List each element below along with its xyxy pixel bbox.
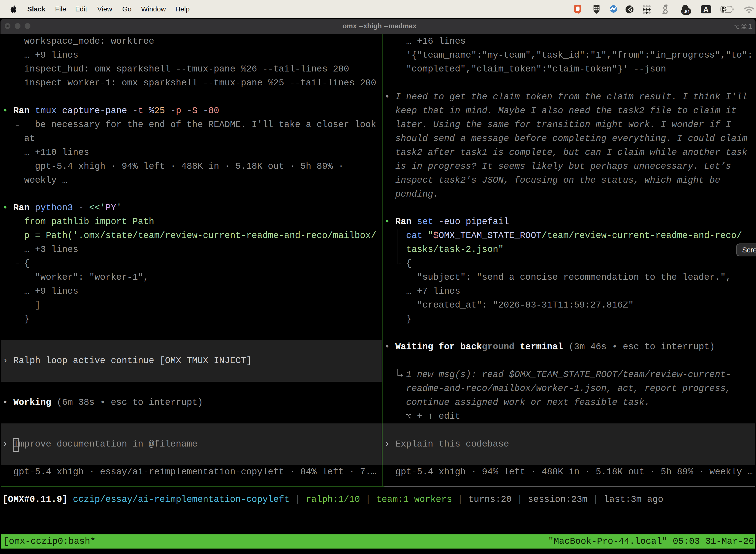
svg-text:..61: ..61: [682, 9, 690, 14]
